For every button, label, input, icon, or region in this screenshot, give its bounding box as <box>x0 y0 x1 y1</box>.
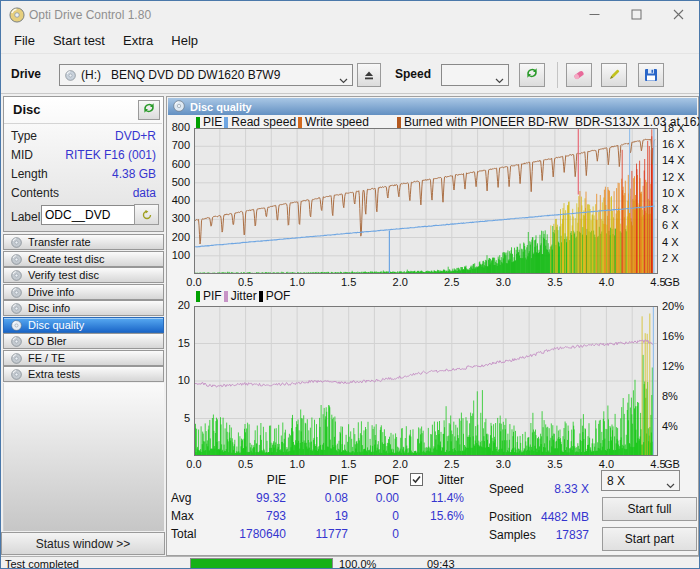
check-icon <box>411 474 422 485</box>
disc-label-label: Label <box>11 210 40 224</box>
drive-select[interactable]: (H:) BENQ DVD DD DW1620 B7W9 <box>59 64 353 86</box>
minimize-button[interactable] <box>573 2 615 27</box>
maximize-button[interactable] <box>615 2 657 27</box>
row-max-label: Max <box>171 509 194 524</box>
disc-mid-label: MID <box>11 148 33 162</box>
axis-tick-label: 3.5 <box>540 458 570 470</box>
elapsed-time: 09:43 <box>427 558 455 569</box>
sidebar-item-fe-te[interactable]: FE / TE <box>3 350 164 366</box>
row-total-label: Total <box>171 527 196 542</box>
disc-panel-title: Disc <box>13 102 40 117</box>
max-pif: 19 <box>291 509 348 524</box>
start-full-button[interactable]: Start full <box>602 497 697 521</box>
disc-icon <box>11 369 22 380</box>
sidebar-item-label: FE / TE <box>28 352 65 364</box>
axis-tick-label: 6 X <box>662 219 696 231</box>
legend-item: PIE <box>196 115 222 129</box>
toolbar-separator <box>557 62 558 88</box>
total-pie: 1780640 <box>196 527 286 542</box>
axis-tick-label: 1.0 <box>282 458 312 470</box>
disc-icon <box>11 254 22 265</box>
axis-tick-label: 3.0 <box>488 458 518 470</box>
close-button[interactable] <box>657 2 699 27</box>
status-bar: Test completed 100.0% 09:43 <box>1 556 699 569</box>
legend-color-chip <box>196 291 200 302</box>
disc-icon <box>11 336 22 347</box>
axis-tick-label: 600 <box>162 158 190 170</box>
col-jitter-header: Jitter <box>428 473 464 488</box>
avg-pof: 0.00 <box>351 491 399 506</box>
jitter-checkbox[interactable] <box>410 473 423 486</box>
axis-tick-label: 100 <box>162 249 190 261</box>
erase-disc-button[interactable] <box>566 63 592 87</box>
sidebar-item-cd-bler[interactable]: CD Bler <box>3 333 164 349</box>
speed-select[interactable] <box>441 64 509 86</box>
legend-item: PIF <box>196 289 222 303</box>
window-title: Opti Drive Control 1.80 <box>29 8 151 22</box>
sidebar-item-transfer-rate[interactable]: Transfer rate <box>3 234 164 250</box>
axis-tick-label: 5 <box>162 412 190 424</box>
axis-tick-label: 20 <box>162 299 190 311</box>
menu-bar: FileStart testExtraHelp <box>1 29 699 53</box>
start-part-button[interactable]: Start part <box>602 527 697 551</box>
panel-header-title: Disc quality <box>190 101 252 113</box>
axis-tick-label: 18 X <box>662 122 696 134</box>
max-pie: 793 <box>196 509 286 524</box>
disc-label-input[interactable] <box>41 205 135 225</box>
axis-tick-label: 700 <box>162 139 190 151</box>
eject-button[interactable] <box>357 63 381 87</box>
axis-tick-label: GB <box>664 276 688 288</box>
axis-tick-label: 2.5 <box>437 276 467 288</box>
axis-tick-label: 300 <box>162 212 190 224</box>
legend-color-chip <box>224 291 228 302</box>
speed-stat-value: 8.33 X <box>517 482 589 497</box>
axis-tick-label: 10 <box>162 374 190 386</box>
axis-tick-label: 15 <box>162 337 190 349</box>
sidebar-item-create-test-disc[interactable]: Create test disc <box>3 251 164 267</box>
refresh-disc-button[interactable] <box>138 100 160 120</box>
progress-fill <box>191 559 332 568</box>
sidebar-item-label: Create test disc <box>28 253 104 265</box>
axis-tick-label: 8 X <box>662 203 696 215</box>
disc-type-value: DVD+R <box>59 129 156 143</box>
legend-item: POF <box>259 289 291 303</box>
disc-contents-label: Contents <box>11 186 59 200</box>
sidebar-item-disc-info[interactable]: Disc info <box>3 300 164 316</box>
chevron-down-icon <box>339 73 348 87</box>
eject-icon <box>363 69 375 81</box>
sidebar-item-disc-quality[interactable]: Disc quality <box>3 317 164 333</box>
rename-label-button[interactable] <box>134 204 159 225</box>
disc-length-value: 4.38 GB <box>59 167 156 181</box>
refresh-drives-button[interactable] <box>519 63 545 87</box>
disc-type-label: Type <box>11 129 37 143</box>
sidebar-item-extra-tests[interactable]: Extra tests <box>3 366 164 382</box>
minimize-icon <box>589 9 600 20</box>
axis-tick-label: 4% <box>662 420 696 432</box>
axis-tick-label: 400 <box>162 194 190 206</box>
disc-icon <box>11 353 22 364</box>
menu-help[interactable]: Help <box>162 29 207 53</box>
legend-color-chip <box>224 117 228 128</box>
axis-tick-label: 10 X <box>662 187 696 199</box>
sidebar-item-drive-info[interactable]: Drive info <box>3 284 164 300</box>
sidebar-item-label: Transfer rate <box>28 236 91 248</box>
progress-bar <box>190 558 333 569</box>
col-pie-header: PIE <box>196 473 286 488</box>
save-button[interactable] <box>638 63 664 87</box>
sidebar-spacer <box>3 383 164 531</box>
edit-button[interactable] <box>601 63 627 87</box>
title-bar: Opti Drive Control 1.80 <box>1 1 699 29</box>
menu-start-test[interactable]: Start test <box>44 29 114 53</box>
menu-extra[interactable]: Extra <box>114 29 162 53</box>
drive-label: Drive <box>11 67 41 81</box>
status-window-button[interactable]: Status window >> <box>1 532 165 555</box>
sidebar-item-verify-test-disc[interactable]: Verify test disc <box>3 267 164 283</box>
pie-speed-chart <box>194 128 658 274</box>
avg-pif: 0.08 <box>291 491 348 506</box>
menu-file[interactable]: File <box>5 29 44 53</box>
total-pof: 0 <box>351 527 399 542</box>
chevron-down-icon <box>666 478 675 492</box>
test-speed-select[interactable]: 8 X <box>601 470 680 491</box>
status-text: Test completed <box>5 558 79 569</box>
axis-tick-label: GB <box>664 458 688 470</box>
